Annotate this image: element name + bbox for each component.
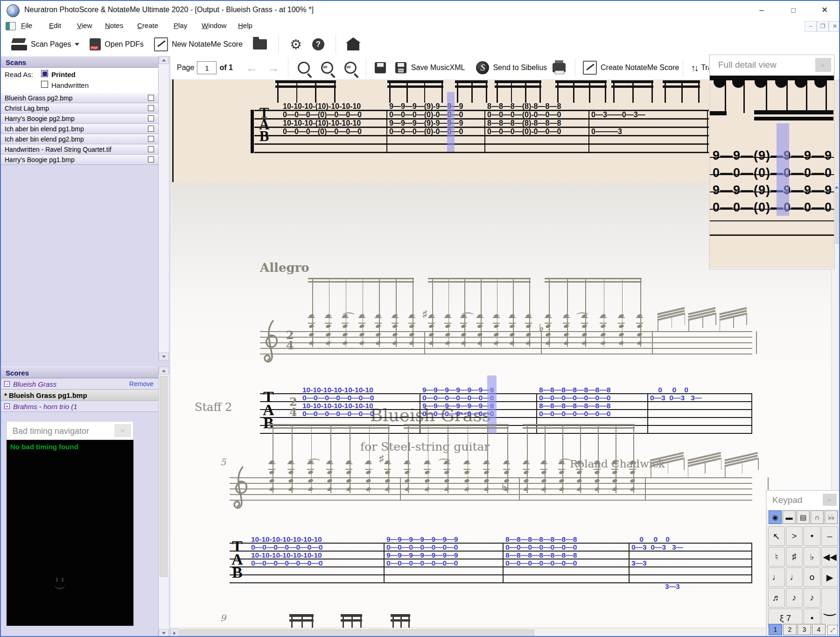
tab-measure[interactable]: 8—8—8—8—8—8—80—0—0—0—0—0—08—8—8—8—8—8—80… <box>503 535 629 576</box>
keypad-pointer-button[interactable]: ↖ <box>768 526 785 546</box>
tab-numbers-row[interactable]: 0—0—0—0—0—0—0 <box>422 410 494 418</box>
tab-numbers-row[interactable]: 0—0—0—(0)-0—0—0 <box>487 127 561 136</box>
remove-link[interactable]: Remove <box>129 379 154 389</box>
tab-numbers-row[interactable]: 0—0—0—0—0—0—0 <box>251 559 322 567</box>
help-button[interactable]: ? <box>309 36 327 52</box>
note-column[interactable] <box>637 278 644 353</box>
open-pdfs-button[interactable]: Open PDFs <box>87 36 147 52</box>
sibelius-icon[interactable]: S <box>476 61 489 74</box>
maximize-button[interactable]: □ <box>783 4 804 17</box>
keypad-whole-note-button[interactable]: o <box>804 567 820 587</box>
settings-button[interactable]: ⚙ <box>287 36 305 52</box>
tab-measure[interactable]: 8—8—8—8—8—8—80—0—0—0—0—0—08—8—8—8—8—8—80… <box>536 386 647 427</box>
tab-measure[interactable]: 10-10-10-10-10-10-100—0—0—0—0—0—010-10-1… <box>300 386 420 427</box>
menu-help[interactable]: Help <box>237 21 254 29</box>
note-column[interactable] <box>405 424 411 499</box>
tab-numbers-row[interactable]: 10-10-10-(10)-10-10-10 <box>283 102 361 111</box>
tab-numbers-row[interactable]: 8—8—8—(8)-8—8—8 <box>487 102 561 111</box>
keypad-sharp-button[interactable]: ♯ <box>786 547 803 566</box>
note-column[interactable] <box>409 278 416 353</box>
tab-numbers-row[interactable]: 0—0—0—(0)—0—0—0 <box>283 111 362 119</box>
keypad-play-button[interactable]: ▶ <box>821 567 838 587</box>
tab-numbers-row[interactable]: 0 0 0 <box>631 535 670 544</box>
mdi-restore-button[interactable]: ❐ <box>817 21 829 32</box>
tab-numbers-row[interactable]: 0—0—0—0—0—0—0 <box>505 543 577 552</box>
close-icon[interactable]: × <box>114 424 131 437</box>
tab-numbers-row[interactable]: 0—3——0—3— <box>591 111 645 119</box>
printed-checkbox[interactable] <box>41 70 48 77</box>
keypad-quarter-note-button[interactable]: ♩ <box>768 567 785 587</box>
panel-options-button[interactable]: ▸ <box>823 494 837 506</box>
scan-item-checkbox[interactable] <box>148 126 154 132</box>
note-column[interactable] <box>288 424 295 499</box>
zoom-tool-icon[interactable] <box>298 62 310 74</box>
zoom-100-icon[interactable]: 100 <box>321 62 333 74</box>
tab-measure[interactable]: 0 0 00—3 0—3 3— <box>647 386 751 427</box>
tab-numbers-row[interactable]: 9—9—9—9—9—9—9 <box>422 386 494 394</box>
close-button[interactable]: ✕ <box>814 4 835 17</box>
note-column[interactable] <box>269 424 276 499</box>
save-musicxml-icon[interactable]: XML <box>395 62 406 73</box>
collapse-icon[interactable]: − <box>4 381 10 387</box>
tab-measure[interactable]: 0 0 00—3 0—3 3—3—3 <box>629 535 751 576</box>
tab-numbers-row[interactable]: 0—0—0—0—0—0—0 <box>251 543 322 552</box>
keypad-layout-tab-1[interactable]: 1 <box>769 624 782 635</box>
scans-scrollbar[interactable] <box>158 56 169 361</box>
tab-measure[interactable]: 10-10-10-(10)-10-10-100—0—0—(0)—0—0—010-… <box>280 102 386 145</box>
title-bar[interactable]: ♬ Neuratron PhotoScore & NotateMe Ultima… <box>1 1 839 20</box>
note-column[interactable] <box>601 278 607 353</box>
note-column[interactable] <box>445 278 452 353</box>
keypad-layout-tab-4[interactable]: 4 <box>812 624 826 635</box>
scan-list-item[interactable]: Harry's Boogie pg2.bmp <box>1 113 158 124</box>
notes-mode-button[interactable]: ◉ <box>769 510 782 524</box>
horizontal-scrollbar[interactable] <box>170 628 840 637</box>
scan-list-item[interactable]: Harry's Boogie pg1.bmp <box>1 155 158 165</box>
scrollbar-thumb[interactable] <box>160 376 168 577</box>
note-column[interactable] <box>385 424 392 499</box>
tab-numbers-row[interactable]: 0—3 0—3 3— <box>631 543 683 552</box>
tab-numbers-row[interactable]: 0—0—(0)—0—0—0 <box>713 200 832 215</box>
note-column[interactable] <box>510 278 516 353</box>
menu-file[interactable]: File <box>20 21 34 29</box>
barlines-mode-button[interactable]: ▤ <box>797 510 810 524</box>
tab-numbers-row[interactable]: 0—0—0—0—0—0—0 <box>539 394 610 402</box>
tab-numbers-row[interactable]: 10-10-10-10-10-10-10 <box>251 551 322 559</box>
tab-measure[interactable]: 9—9—9—(9)-9—9—90—0—0—(0)-0—0—09—9—9—(9)-… <box>386 102 484 145</box>
expand-icon[interactable]: + <box>4 403 10 409</box>
scan-list-item[interactable]: Christ Lag.bmp <box>1 103 158 113</box>
note-column[interactable] <box>359 278 366 353</box>
scan-list-item[interactable]: Ich aber bin elend pg1.bmp <box>1 124 158 134</box>
tab-measure[interactable]: 10-10-10-10-10-10-100—0—0—0—0—0—010-10-1… <box>248 535 384 576</box>
next-page-icon[interactable]: → <box>267 61 280 75</box>
note-column[interactable] <box>595 424 601 499</box>
scan-list-item[interactable]: Blueish Grass pg2.bmp <box>1 93 158 103</box>
score-item-blueish-grass[interactable]: − Blueish Grass Remove <box>1 379 158 389</box>
tab-numbers-row[interactable]: 0—0—0—0—0—0—0 <box>539 410 610 418</box>
save-musicxml-label[interactable]: Save MusicXML <box>411 64 465 72</box>
tab-numbers-row[interactable]: 0—0—0—(0)-0—0—0 <box>487 111 561 119</box>
create-notateme-label[interactable]: Create NotateMe Score <box>601 64 679 72</box>
printer-icon[interactable] <box>553 63 566 72</box>
save-icon[interactable] <box>375 62 386 73</box>
note-column[interactable] <box>541 424 548 499</box>
menu-notes[interactable]: Notes <box>104 21 125 29</box>
zoom-out-icon[interactable]: 100 <box>344 62 357 74</box>
tab-numbers-row[interactable]: 8—8—8—8—8—8—8 <box>505 535 577 544</box>
keypad-tie-slur-button[interactable]: ‿ <box>821 588 838 627</box>
new-notateme-button[interactable]: New NotateMe Score <box>151 35 245 53</box>
chevron-down-icon[interactable] <box>75 43 79 46</box>
keypad-panel[interactable]: Keypad ▸ ◉▬▤∩♭♭ ↖>•–♮♯♭◀◀♩♩o▶♬♪♪‿ξ 7• 12… <box>766 490 840 637</box>
scroll-up-button[interactable] <box>159 56 169 64</box>
note-column[interactable] <box>309 278 315 353</box>
note-column[interactable] <box>612 424 619 499</box>
note-column[interactable] <box>425 424 431 499</box>
scan-list-item[interactable]: Ich aber bin elend pg2.bmp <box>1 134 158 144</box>
scan-pages-button[interactable]: Scan Pages <box>8 36 82 52</box>
bad-timing-panel-title[interactable]: Bad timing navigator × <box>7 421 133 440</box>
keypad-expand-icon[interactable]: ⤢ <box>827 625 838 635</box>
scan-item-checkbox[interactable] <box>148 95 154 101</box>
mdi-close-button[interactable]: ✕ <box>829 21 840 32</box>
scroll-down-button[interactable] <box>159 629 169 637</box>
tab-numbers-row[interactable]: 9—9—9—9—9—9—9 <box>422 402 494 410</box>
selected-note-highlight[interactable] <box>777 123 789 216</box>
